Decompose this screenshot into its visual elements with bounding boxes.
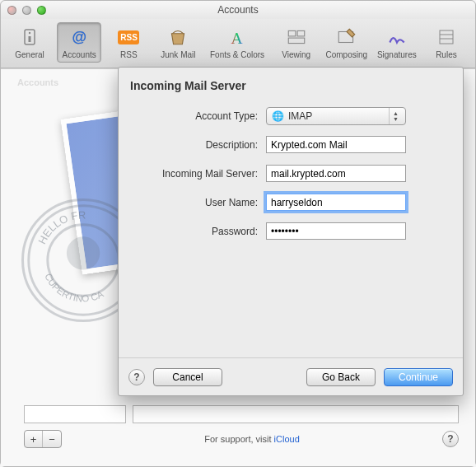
svg-rect-4 [288, 30, 296, 36]
toolbar-label: General [15, 50, 44, 59]
signature-icon [385, 26, 408, 49]
bottom-controls: + − For support, visit iCloud ? [1, 400, 475, 466]
add-account-button[interactable]: + [25, 431, 43, 447]
globe-icon: 🌐 [272, 110, 284, 122]
add-remove-segmented: + − [24, 430, 62, 448]
label-username: User Name: [130, 197, 266, 208]
bottom-field-small[interactable] [24, 405, 126, 423]
rules-icon [435, 26, 458, 49]
toolbar-label: Fonts & Colors [210, 50, 264, 59]
toolbar-item-viewing[interactable]: Viewing [274, 22, 319, 63]
sheet-footer: ? Cancel Go Back Continue [119, 357, 463, 395]
incoming-mail-server-sheet: Incoming Mail Server Account Type: 🌐 IMA… [118, 67, 464, 396]
svg-rect-6 [288, 38, 305, 44]
account-type-value: IMAP [288, 110, 312, 122]
toolbar-label: RSS [120, 50, 138, 59]
zoom-window-button[interactable] [37, 6, 46, 15]
toolbar-item-accounts[interactable]: @ Accounts [57, 22, 101, 63]
toolbar-item-general[interactable]: General [7, 22, 52, 63]
titlebar: Accounts [1, 1, 475, 19]
preferences-window: Accounts General @ Accounts RSS RSS Junk… [0, 0, 476, 467]
help-button-sheet[interactable]: ? [128, 369, 145, 385]
support-text: For support, visit iCloud [62, 434, 442, 444]
window-title: Accounts [1, 4, 475, 16]
toolbar-label: Rules [436, 50, 457, 59]
account-type-select[interactable]: 🌐 IMAP ▲▼ [266, 107, 406, 125]
goback-button[interactable]: Go Back [306, 368, 376, 386]
traffic-lights [7, 6, 46, 15]
toolbar-item-signatures[interactable]: Signatures [375, 22, 419, 63]
chevron-up-down-icon: ▲▼ [389, 108, 402, 124]
bottom-field-wide[interactable] [133, 405, 459, 423]
svg-text:A: A [231, 30, 242, 47]
preferences-toolbar: General @ Accounts RSS RSS Junk Mail A F… [1, 19, 475, 68]
label-incoming-server: Incoming Mail Server: [130, 168, 266, 180]
junk-mail-icon [166, 26, 189, 49]
switch-icon [18, 26, 41, 49]
remove-account-button[interactable]: − [43, 431, 61, 447]
sheet-title: Incoming Mail Server [130, 79, 450, 92]
minimize-window-button[interactable] [22, 6, 31, 15]
rss-icon: RSS [117, 26, 140, 49]
close-window-button[interactable] [7, 6, 16, 15]
at-sign-icon: @ [68, 26, 91, 49]
toolbar-item-fonts[interactable]: A Fonts & Colors [205, 22, 268, 63]
label-password: Password: [130, 226, 266, 237]
toolbar-label: Viewing [282, 50, 310, 59]
toolbar-label: Composing [325, 50, 367, 59]
support-prefix: For support, visit [204, 434, 273, 444]
toolbar-item-rss[interactable]: RSS RSS [106, 22, 151, 63]
toolbar-item-junk[interactable]: Junk Mail [156, 22, 200, 63]
svg-rect-8 [440, 30, 453, 44]
label-description: Description: [130, 139, 266, 151]
description-input[interactable] [266, 136, 406, 153]
svg-point-1 [29, 32, 30, 34]
toolbar-label: Accounts [63, 50, 96, 59]
password-input[interactable] [266, 222, 406, 240]
username-input[interactable] [266, 194, 406, 211]
toolbar-item-composing[interactable]: Composing [324, 22, 370, 63]
compose-icon [335, 26, 358, 49]
cancel-button[interactable]: Cancel [153, 368, 222, 386]
svg-rect-2 [29, 36, 31, 42]
fonts-colors-icon: A [226, 26, 249, 49]
label-account-type: Account Type: [130, 110, 266, 122]
help-button-bottom[interactable]: ? [442, 431, 459, 447]
support-link[interactable]: iCloud [274, 434, 300, 444]
toolbar-label: Junk Mail [161, 50, 195, 59]
svg-rect-5 [297, 30, 305, 36]
viewing-icon [285, 26, 308, 49]
toolbar-item-rules[interactable]: Rules [424, 22, 469, 63]
toolbar-label: Signatures [377, 50, 417, 59]
continue-button[interactable]: Continue [384, 368, 453, 386]
incoming-server-input[interactable] [266, 165, 406, 182]
